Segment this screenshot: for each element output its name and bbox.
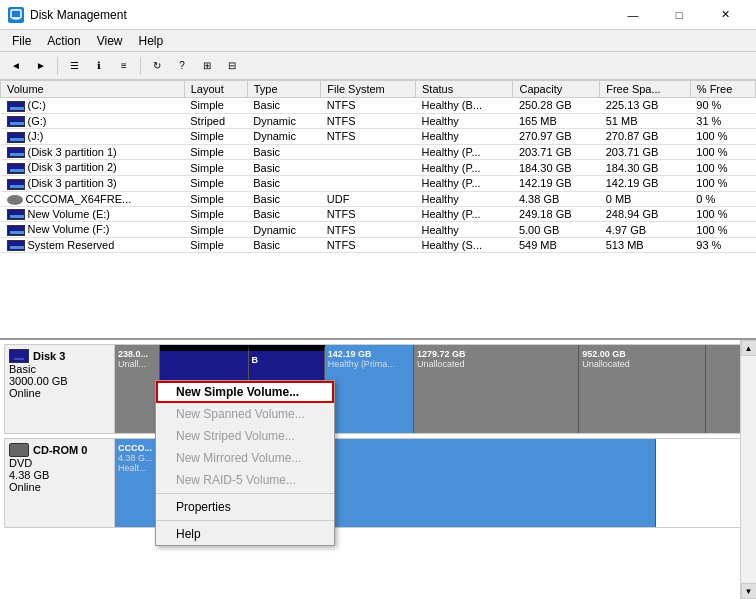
close-button[interactable]: ✕	[702, 0, 748, 30]
context-menu-item-8[interactable]: Help	[156, 523, 334, 545]
maximize-button[interactable]: □	[656, 0, 702, 30]
menu-file[interactable]: File	[4, 32, 39, 50]
table-row[interactable]: New Volume (E:) Simple Basic NTFS Health…	[1, 206, 756, 222]
table-row[interactable]: New Volume (F:) Simple Dynamic NTFS Heal…	[1, 222, 756, 238]
col-layout: Layout	[184, 81, 247, 98]
table-row[interactable]: (G:) Striped Dynamic NTFS Healthy 165 MB…	[1, 113, 756, 129]
cell-free: 142.19 GB	[600, 175, 691, 191]
disk3-label: Disk 3 Basic 3000.00 GB Online	[5, 345, 115, 433]
menu-help[interactable]: Help	[131, 32, 172, 50]
cdrom-label: CD-ROM 0 DVD 4.38 GB Online	[5, 439, 115, 527]
cell-layout: Simple	[184, 144, 247, 160]
refresh-button[interactable]: ↻	[145, 55, 169, 77]
cell-status: Healthy	[415, 191, 512, 206]
cell-layout: Striped	[184, 113, 247, 129]
view-button[interactable]: ☰	[62, 55, 86, 77]
cell-volume: New Volume (F:)	[1, 222, 185, 238]
cdrom-partition-1[interactable]	[306, 439, 656, 527]
cell-status: Healthy (S...	[415, 237, 512, 253]
cell-status: Healthy (P...	[415, 160, 512, 176]
table-row[interactable]: (Disk 3 partition 1) Simple Basic Health…	[1, 144, 756, 160]
cell-volume: CCCOMA_X64FRE...	[1, 191, 185, 206]
table-row[interactable]: System Reserved Simple Basic NTFS Health…	[1, 237, 756, 253]
col-capacity: Capacity	[513, 81, 600, 98]
disk3-partition-5[interactable]: 952.00 GBUnallocated	[579, 345, 706, 433]
disk3-partition-4[interactable]: 1279.72 GBUnallocated	[414, 345, 579, 433]
disk3-partition-0[interactable]: 238.0...Unall...	[115, 345, 160, 433]
context-menu-item-1[interactable]: New Spanned Volume...	[156, 403, 334, 425]
cell-free: 184.30 GB	[600, 160, 691, 176]
cell-volume: (J:)	[1, 129, 185, 145]
cell-free: 4.97 GB	[600, 222, 691, 238]
cdrom-row: CD-ROM 0 DVD 4.38 GB Online CCCO...4.38 …	[4, 438, 752, 528]
scroll-down-button[interactable]: ▼	[741, 583, 757, 599]
cdrom-status: Online	[9, 481, 110, 493]
cell-type: Basic	[247, 206, 321, 222]
cell-pct: 31 %	[690, 113, 755, 129]
disk3-row: Disk 3 Basic 3000.00 GB Online 238.0...U…	[4, 344, 752, 434]
cell-type: Dynamic	[247, 129, 321, 145]
cell-fs	[321, 175, 416, 191]
scroll-up-button[interactable]: ▲	[741, 340, 757, 356]
cell-fs: NTFS	[321, 222, 416, 238]
table-row[interactable]: CCCOMA_X64FRE... Simple Basic UDF Health…	[1, 191, 756, 206]
context-menu-sep-5	[156, 493, 334, 494]
cell-type: Basic	[247, 191, 321, 206]
cell-fs: UDF	[321, 191, 416, 206]
cell-free: 270.87 GB	[600, 129, 691, 145]
forward-button[interactable]: ►	[29, 55, 53, 77]
cell-volume: (Disk 3 partition 1)	[1, 144, 185, 160]
menu-bar: File Action View Help	[0, 30, 756, 52]
table-row[interactable]: (Disk 3 partition 2) Simple Basic Health…	[1, 160, 756, 176]
minimize-button[interactable]: —	[610, 0, 656, 30]
cell-pct: 100 %	[690, 144, 755, 160]
table-row[interactable]: (J:) Simple Dynamic NTFS Healthy 270.97 …	[1, 129, 756, 145]
cell-capacity: 270.97 GB	[513, 129, 600, 145]
cell-status: Healthy (P...	[415, 206, 512, 222]
cell-free: 248.94 GB	[600, 206, 691, 222]
extra2-button[interactable]: ⊟	[220, 55, 244, 77]
cell-status: Healthy (B...	[415, 98, 512, 114]
vertical-scrollbar[interactable]: ▲ ▼	[740, 340, 756, 599]
cell-type: Basic	[247, 160, 321, 176]
cdrom-size: 4.38 GB	[9, 469, 110, 481]
cell-fs: NTFS	[321, 113, 416, 129]
table-row[interactable]: (C:) Simple Basic NTFS Healthy (B... 250…	[1, 98, 756, 114]
cell-layout: Simple	[184, 160, 247, 176]
cell-pct: 100 %	[690, 160, 755, 176]
cell-free: 513 MB	[600, 237, 691, 253]
cell-volume: New Volume (E:)	[1, 206, 185, 222]
cell-capacity: 4.38 GB	[513, 191, 600, 206]
context-menu-item-3[interactable]: New Mirrored Volume...	[156, 447, 334, 469]
col-status: Status	[415, 81, 512, 98]
info-button[interactable]: ℹ	[87, 55, 111, 77]
back-button[interactable]: ◄	[4, 55, 28, 77]
disk3-size: 3000.00 GB	[9, 375, 110, 387]
cell-type: Basic	[247, 144, 321, 160]
cell-capacity: 249.18 GB	[513, 206, 600, 222]
cell-type: Basic	[247, 175, 321, 191]
table-row[interactable]: (Disk 3 partition 3) Simple Basic Health…	[1, 175, 756, 191]
context-menu-item-6[interactable]: Properties	[156, 496, 334, 518]
cell-type: Dynamic	[247, 113, 321, 129]
cell-type: Dynamic	[247, 222, 321, 238]
cell-free: 203.71 GB	[600, 144, 691, 160]
window-title: Disk Management	[30, 8, 127, 22]
cell-free: 51 MB	[600, 113, 691, 129]
context-menu-item-0[interactable]: New Simple Volume...	[156, 381, 334, 403]
cell-status: Healthy	[415, 129, 512, 145]
col-type: Type	[247, 81, 321, 98]
disk3-partition-3[interactable]: 142.19 GBHealthy (Prima...	[325, 345, 414, 433]
disk3-type: Basic	[9, 363, 110, 375]
context-menu-item-2[interactable]: New Striped Volume...	[156, 425, 334, 447]
menu-action[interactable]: Action	[39, 32, 88, 50]
cell-volume: (C:)	[1, 98, 185, 114]
menu-view[interactable]: View	[89, 32, 131, 50]
cell-volume: (Disk 3 partition 2)	[1, 160, 185, 176]
properties-button[interactable]: ≡	[112, 55, 136, 77]
help-button[interactable]: ?	[170, 55, 194, 77]
toolbar-separator-1	[57, 57, 58, 75]
cell-layout: Simple	[184, 191, 247, 206]
context-menu-item-4[interactable]: New RAID-5 Volume...	[156, 469, 334, 491]
extra-button[interactable]: ⊞	[195, 55, 219, 77]
